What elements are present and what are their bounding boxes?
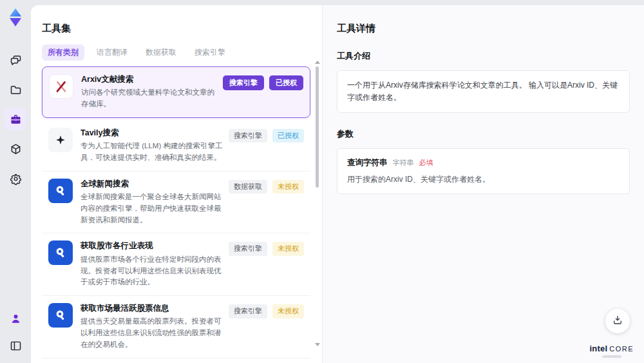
tool-description: 全球新闻搜索是一个聚合全球各大新闻网站内容的搜索引擎，帮助用户快速获取全球最新资…: [80, 191, 223, 226]
intel-wordmark: intel: [589, 344, 607, 353]
sidebar-item-settings[interactable]: [5, 168, 26, 190]
tool-detail-pane: 工具详情 工具介绍 一个用于从Arxiv存储库搜索科学论文和文章的工具。 输入可…: [322, 5, 644, 363]
tab-all-categories[interactable]: 所有类别: [42, 44, 84, 61]
scrollbar-thumb[interactable]: [316, 66, 319, 188]
tool-list: Arxiv文献搜索 访问各个研究领域大量科学论文和文章的存储库。 搜索引擎 已授…: [42, 66, 310, 363]
scroll-down-arrow-icon[interactable]: [315, 343, 320, 346]
auth-status-badge: 已授权: [272, 129, 304, 142]
detail-title: 工具详情: [337, 23, 630, 35]
category-badge: 搜索引擎: [229, 242, 267, 255]
tool-description: 访问各个研究领域大量科学论文和文章的存储库。: [81, 87, 218, 110]
param-box: 查询字符串 字符串 必填 用于搜索的Arxiv ID、关键字或作者姓名。: [337, 148, 630, 194]
scroll-up-arrow-icon[interactable]: [315, 61, 320, 64]
sidebar-item-chat[interactable]: [5, 49, 26, 71]
tab-data-fetch[interactable]: 数据获取: [140, 44, 182, 61]
tool-card-stock-sectors[interactable]: 获取股市各行业表现 提供股票市场各个行业在特定时间段内的表现。投资者可以利用这些…: [42, 233, 310, 296]
auth-status-badge: 未授权: [272, 242, 304, 255]
tool-name: 获取股市各行业表现: [80, 240, 223, 251]
toolbox-icon: [9, 113, 23, 126]
sidebar-item-toolbox[interactable]: [5, 108, 26, 130]
download-button[interactable]: [605, 309, 630, 333]
page-title: 工具集: [42, 23, 310, 35]
intro-text: 一个用于从Arxiv存储库搜索科学论文和文章的工具。 输入可以是Arxiv ID…: [347, 79, 620, 104]
tool-card-arxiv[interactable]: Arxiv文献搜索 访问各个研究领域大量科学论文和文章的存储库。 搜索引擎 已授…: [42, 66, 310, 118]
tool-card-body: 获取股市各行业表现 提供股票市场各个行业在特定时间段内的表现。投资者可以利用这些…: [80, 240, 229, 288]
tool-card-tavily[interactable]: Tavily搜索 专为人工智能代理 (LLM) 构建的搜索引擎工具，可快速提供实…: [42, 121, 310, 172]
icon-rail: [0, 0, 31, 363]
tool-card-body: Arxiv文献搜索 访问各个研究领域大量科学论文和文章的存储库。: [81, 74, 223, 110]
app-window: 工具集 所有类别 语言翻译 数据获取 搜索引擎 A: [0, 0, 644, 363]
brand-underline: [602, 355, 621, 358]
auth-status-badge: 未授权: [272, 180, 304, 193]
list-scrollbar[interactable]: [314, 61, 320, 358]
tab-language-translation[interactable]: 语言翻译: [91, 44, 133, 61]
param-header: 查询字符串 字符串 必填: [347, 157, 620, 168]
tool-tags: 搜索引擎 未授权: [229, 304, 304, 318]
tool-name: 全球新闻搜索: [80, 179, 223, 189]
tool-card-regional-news[interactable]: 万维地区新闻查询 查询具体行政区划内的新闻，快速了解各地新闻动 搜索引擎 未授权: [42, 358, 310, 363]
tool-name: 获取市场最活跃股票信息: [80, 303, 223, 313]
param-name: 查询字符串: [347, 157, 388, 168]
tool-card-body: 全球新闻搜索 全球新闻搜索是一个聚合全球各大新闻网站内容的搜索引擎，帮助用户快速…: [80, 179, 229, 226]
chat-icon: [9, 54, 23, 67]
tab-search-engine[interactable]: 搜索引擎: [189, 44, 231, 61]
download-icon: [612, 314, 623, 328]
tool-card-body: Tavily搜索 专为人工智能代理 (LLM) 构建的搜索引擎工具，可快速提供实…: [80, 128, 229, 164]
category-badge: 搜索引擎: [223, 75, 264, 90]
user-icon: [9, 312, 23, 326]
category-badge: 数据获取: [229, 180, 267, 193]
tool-description: 提供股票市场各个行业在特定时间段内的表现。投资者可以利用这些信息来识别表现优于或…: [80, 254, 223, 288]
intro-heading: 工具介绍: [337, 50, 630, 62]
param-required-badge: 必填: [419, 158, 433, 168]
main-content: 工具集 所有类别 语言翻译 数据获取 搜索引擎 A: [31, 5, 644, 363]
sparkle-logo-icon: [48, 128, 73, 152]
sidebar-item-plugins[interactable]: [5, 138, 26, 160]
category-tabs: 所有类别 语言翻译 数据获取 搜索引擎: [42, 44, 310, 61]
param-description: 用于搜索的Arxiv ID、关键字或作者姓名。: [347, 174, 620, 185]
tool-name: Arxiv文献搜索: [81, 74, 218, 84]
arxiv-logo-icon: [49, 74, 73, 99]
tool-description: 专为人工智能代理 (LLM) 构建的搜索引擎工具，可快速提供实时、准确和真实的结…: [80, 141, 223, 164]
params-heading: 参数: [337, 128, 630, 140]
tool-name: Tavily搜索: [80, 128, 223, 138]
folder-icon: [9, 83, 23, 97]
tool-tags: 搜索引擎 已授权: [223, 75, 303, 90]
tool-card-global-news[interactable]: 全球新闻搜索 全球新闻搜索是一个聚合全球各大新闻网站内容的搜索引擎，帮助用户快速…: [42, 172, 310, 234]
stock-search-logo-icon: [48, 303, 73, 328]
toolset-pane: 工具集 所有类别 语言翻译 数据获取 搜索引擎 A: [31, 5, 322, 363]
auth-status-badge: 未授权: [272, 304, 304, 318]
param-type: 字符串: [393, 158, 414, 168]
stock-search-logo-icon: [48, 240, 73, 265]
tool-card-active-stocks[interactable]: 获取市场最活跃股票信息 提供当天交易量最高的股票列表。投资者可以利用这些信息来识…: [42, 296, 310, 358]
category-badge: 搜索引擎: [229, 304, 267, 318]
gear-icon: [9, 172, 23, 186]
auth-status-badge: 已授权: [269, 75, 303, 90]
intro-box: 一个用于从Arxiv存储库搜索科学论文和文章的工具。 输入可以是Arxiv ID…: [337, 70, 630, 113]
core-wordmark: CORE: [609, 345, 634, 353]
tool-description: 提供当天交易量最高的股票列表。投资者可以利用这些信息来识别流动性强的股票和潜在的…: [80, 316, 223, 350]
category-badge: 搜索引擎: [229, 129, 267, 142]
sidebar-item-files[interactable]: [5, 79, 26, 101]
sidebar-item-collapse[interactable]: [5, 335, 26, 357]
sidebar-item-account[interactable]: [5, 308, 26, 329]
app-logo-icon: [6, 8, 25, 27]
cube-icon: [9, 142, 23, 156]
intel-core-logo: intel CORE: [589, 344, 634, 358]
tool-tags: 搜索引擎 未授权: [229, 242, 304, 255]
panel-toggle-icon: [9, 339, 23, 353]
tool-card-body: 获取市场最活跃股票信息 提供当天交易量最高的股票列表。投资者可以利用这些信息来识…: [80, 303, 229, 351]
tool-tags: 搜索引擎 已授权: [229, 129, 304, 142]
tool-tags: 数据获取 未授权: [229, 180, 304, 193]
news-search-logo-icon: [48, 179, 73, 203]
